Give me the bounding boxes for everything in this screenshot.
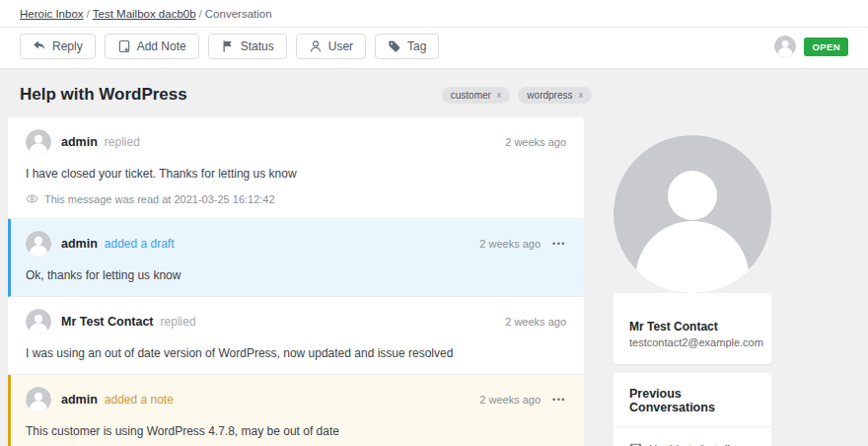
- contact-name: Mr Test Contact: [629, 320, 756, 334]
- reply-button[interactable]: Reply: [20, 34, 96, 59]
- breadcrumb-link-mailbox[interactable]: Test Mailbox dacb0b: [93, 8, 196, 20]
- add-note-button-label: Add Note: [137, 39, 186, 53]
- message-timestamp: 2 weeks ago: [479, 394, 541, 406]
- message-note: admin added a note 2 weeks ago ••• This …: [8, 375, 584, 446]
- reply-button-label: Reply: [52, 39, 83, 53]
- message-draft: admin added a draft 2 weeks ago ••• Ok, …: [8, 219, 584, 297]
- more-menu-icon[interactable]: •••: [552, 239, 566, 249]
- message-author: admin: [61, 393, 98, 407]
- conversation-link[interactable]: Unable to install: [629, 442, 756, 446]
- tag-remove-icon[interactable]: x: [579, 90, 584, 100]
- message-body: I have closed your ticket. Thanks for le…: [26, 167, 566, 182]
- add-note-button[interactable]: Add Note: [105, 34, 199, 59]
- previous-conversations-title: Previous Conversations: [614, 373, 771, 427]
- status-button[interactable]: Status: [208, 34, 287, 59]
- tag-pill-customer[interactable]: customer x: [442, 87, 511, 104]
- tag-icon: [388, 39, 401, 53]
- message-reply: Mr Test Contact replied 2 weeks ago I wa…: [8, 297, 584, 375]
- message-reply: admin replied 2 weeks ago I have closed …: [8, 117, 584, 219]
- page-title: Help with WordPress: [20, 85, 187, 105]
- tag-pill-wordpress[interactable]: wordpress x: [518, 87, 592, 104]
- breadcrumb-separator: /: [87, 8, 90, 20]
- breadcrumb: Heroic Inbox/Test Mailbox dacb0b/Convers…: [0, 0, 868, 28]
- message-timestamp: 2 weeks ago: [505, 316, 566, 328]
- status-badge[interactable]: OPEN: [804, 37, 848, 56]
- tag-pill-label: wordpress: [527, 90, 572, 101]
- tag-remove-icon[interactable]: x: [497, 90, 502, 100]
- message-body: I was using an out of date version of Wo…: [26, 346, 566, 361]
- tag-pill-label: customer: [451, 90, 491, 101]
- message-author: admin: [61, 135, 98, 149]
- avatar: [26, 231, 51, 257]
- avatar: [26, 309, 51, 334]
- contact-email: testcontact2@example.com: [629, 336, 756, 348]
- message-timestamp: 2 weeks ago: [505, 136, 566, 148]
- envelope-icon: [629, 442, 642, 446]
- message-thread: admin replied 2 weeks ago I have closed …: [8, 117, 584, 446]
- toolbar: Reply Add Note Status User Tag OPEN: [0, 28, 868, 69]
- reply-icon: [33, 39, 46, 53]
- right-sidebar: Mr Test Contact testcontact2@example.com…: [614, 117, 771, 446]
- message-action: replied: [105, 135, 140, 149]
- avatar: [26, 129, 51, 155]
- user-button-label: User: [328, 39, 353, 53]
- breadcrumb-link-heroic-inbox[interactable]: Heroic Inbox: [20, 8, 84, 20]
- breadcrumb-current: Conversation: [205, 8, 272, 20]
- eye-icon: [26, 192, 38, 205]
- message-body: This customer is using WordPress 4.7.8, …: [26, 424, 566, 439]
- top-bar: Heroic Inbox/Test Mailbox dacb0b/Convers…: [0, 0, 868, 69]
- avatar: [26, 387, 51, 412]
- message-body: Ok, thanks for letting us know: [26, 268, 566, 283]
- status-button-label: Status: [241, 39, 274, 53]
- add-note-icon: [117, 39, 131, 53]
- message-author: admin: [61, 237, 98, 251]
- message-timestamp: 2 weeks ago: [479, 238, 541, 250]
- breadcrumb-separator: /: [199, 8, 202, 20]
- tag-button[interactable]: Tag: [375, 34, 439, 59]
- message-action: replied: [161, 315, 196, 329]
- previous-conversations-card: Previous Conversations Unable to install…: [614, 373, 771, 446]
- message-author: Mr Test Contact: [61, 315, 154, 329]
- flag-icon: [221, 39, 235, 53]
- user-icon: [309, 39, 323, 53]
- assignee-avatar[interactable]: [774, 36, 796, 57]
- tag-button-label: Tag: [407, 39, 426, 53]
- more-menu-icon[interactable]: •••: [552, 395, 566, 405]
- message-action: added a note: [105, 393, 174, 407]
- conversation-link-label: Unable to install: [649, 443, 730, 446]
- message-action: added a draft: [105, 237, 175, 251]
- user-button[interactable]: User: [296, 34, 366, 59]
- content-area: Help with WordPress customer x wordpress…: [0, 69, 868, 446]
- contact-card: Mr Test Contact testcontact2@example.com: [614, 293, 771, 364]
- read-receipt-text: This message was read at 2021-03-25 16:1…: [44, 193, 275, 205]
- tag-list: customer x wordpress x: [442, 87, 592, 104]
- contact-avatar: [614, 135, 771, 293]
